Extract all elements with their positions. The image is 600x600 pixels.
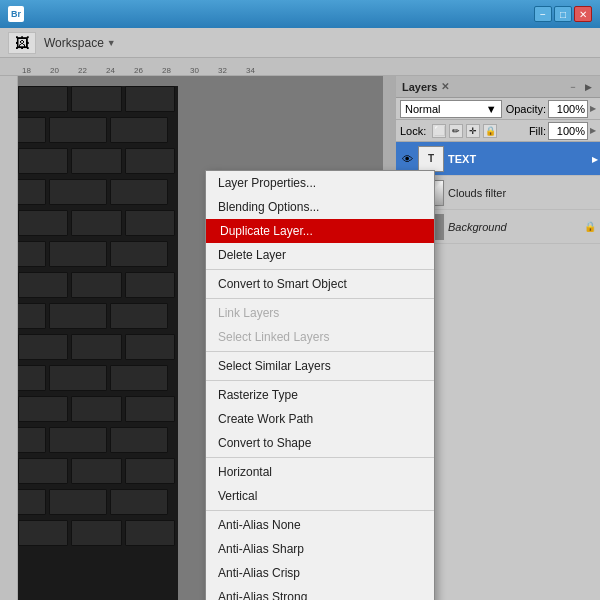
layers-tab-bar: Layers ✕ − ▶ xyxy=(396,76,600,98)
maximize-button[interactable]: □ xyxy=(554,6,572,22)
menu-item-blending-options[interactable]: Blending Options... xyxy=(206,195,434,219)
menu-item-antialias-none[interactable]: Anti-Alias None xyxy=(206,513,434,537)
brick xyxy=(18,303,46,329)
brick xyxy=(110,117,168,143)
layer-locked-icon: 🔒 xyxy=(584,221,596,232)
blend-mode-arrow-icon: ▼ xyxy=(486,103,497,115)
brick xyxy=(125,520,175,546)
brick xyxy=(49,117,107,143)
context-menu: Layer Properties... Blending Options... … xyxy=(205,170,435,600)
title-bar: Br − □ ✕ xyxy=(0,0,600,28)
brick xyxy=(18,334,68,360)
ruler-mark: 32 xyxy=(218,67,227,75)
layers-tab[interactable]: Layers ✕ xyxy=(402,81,449,93)
brick xyxy=(18,365,46,391)
brick xyxy=(71,520,121,546)
ruler-mark: 26 xyxy=(134,67,143,75)
opacity-input[interactable]: 100% xyxy=(548,100,588,118)
lock-pixels-button[interactable]: ⬜ xyxy=(432,124,446,138)
brick xyxy=(71,86,121,112)
menu-separator xyxy=(206,298,434,299)
lock-all-button[interactable]: 🔒 xyxy=(483,124,497,138)
app-icon: Br xyxy=(8,6,24,22)
brick-row xyxy=(18,489,178,517)
brick xyxy=(49,179,107,205)
menu-item-antialias-sharp[interactable]: Anti-Alias Sharp xyxy=(206,537,434,561)
brick xyxy=(71,396,121,422)
brick xyxy=(71,334,121,360)
blend-mode-select[interactable]: Normal ▼ xyxy=(400,100,502,118)
menu-item-antialias-crisp[interactable]: Anti-Alias Crisp xyxy=(206,561,434,585)
fill-row: Fill: 100% ▶ xyxy=(529,122,596,140)
brick xyxy=(110,489,168,515)
close-button[interactable]: ✕ xyxy=(574,6,592,22)
brick xyxy=(125,148,175,174)
brick xyxy=(49,427,107,453)
menu-item-create-work-path[interactable]: Create Work Path xyxy=(206,407,434,431)
menu-item-convert-shape[interactable]: Convert to Shape xyxy=(206,431,434,455)
brick xyxy=(71,458,121,484)
menu-item-duplicate-layer[interactable]: Duplicate Layer... xyxy=(206,219,434,243)
menu-item-select-similar[interactable]: Select Similar Layers xyxy=(206,354,434,378)
layer-expand-icon: ▶ xyxy=(592,154,598,163)
workspace-button[interactable]: Workspace ▼ xyxy=(44,36,116,50)
brick xyxy=(18,489,46,515)
menu-separator xyxy=(206,457,434,458)
layer-thumbnail: T xyxy=(418,146,444,172)
fill-input[interactable]: 100% xyxy=(548,122,588,140)
brick xyxy=(18,396,68,422)
menu-item-rasterize-type[interactable]: Rasterize Type xyxy=(206,383,434,407)
ruler-mark: 22 xyxy=(78,67,87,75)
opacity-expand-icon: ▶ xyxy=(590,104,596,113)
panel-expand-button[interactable]: ▶ xyxy=(582,81,594,93)
brick-row xyxy=(18,334,178,362)
menu-item-layer-properties[interactable]: Layer Properties... xyxy=(206,171,434,195)
brick xyxy=(49,365,107,391)
workspace-arrow-icon: ▼ xyxy=(107,38,116,48)
layer-name: TEXT xyxy=(448,153,596,165)
ruler-top-inner: 18 20 22 24 26 28 30 32 34 xyxy=(0,58,600,75)
brick xyxy=(18,241,46,267)
toolbar: 🖼 Workspace ▼ xyxy=(0,28,600,58)
brick xyxy=(125,272,175,298)
menu-separator xyxy=(206,351,434,352)
brick-row xyxy=(18,520,178,548)
brick xyxy=(110,241,168,267)
menu-item-link-layers: Link Layers xyxy=(206,301,434,325)
brick xyxy=(125,86,175,112)
layer-visibility-icon[interactable]: 👁 xyxy=(400,152,414,166)
brick xyxy=(18,210,68,236)
brick-row xyxy=(18,241,178,269)
brick xyxy=(71,148,121,174)
opacity-row: Opacity: 100% ▶ xyxy=(506,100,596,118)
layer-name: Background xyxy=(448,221,580,233)
ruler-top: 18 20 22 24 26 28 30 32 34 xyxy=(0,58,600,76)
brick-row xyxy=(18,427,178,455)
brick xyxy=(18,272,68,298)
brick xyxy=(71,210,121,236)
lock-move-button[interactable]: ✛ xyxy=(466,124,480,138)
ruler-mark: 24 xyxy=(106,67,115,75)
panel-collapse-button[interactable]: − xyxy=(567,81,579,93)
brick-row xyxy=(18,148,178,176)
menu-item-vertical[interactable]: Vertical xyxy=(206,484,434,508)
menu-item-delete-layer[interactable]: Delete Layer xyxy=(206,243,434,267)
title-bar-left: Br xyxy=(8,6,30,22)
lock-position-button[interactable]: ✏ xyxy=(449,124,463,138)
minimize-button[interactable]: − xyxy=(534,6,552,22)
menu-item-horizontal[interactable]: Horizontal xyxy=(206,460,434,484)
layers-tab-close[interactable]: ✕ xyxy=(441,81,449,92)
brick xyxy=(110,427,168,453)
menu-item-antialias-strong[interactable]: Anti-Alias Strong xyxy=(206,585,434,600)
brick xyxy=(18,117,46,143)
brick xyxy=(18,427,46,453)
menu-item-select-linked: Select Linked Layers xyxy=(206,325,434,349)
brick xyxy=(18,520,68,546)
menu-separator xyxy=(206,269,434,270)
blend-mode-row: Normal ▼ Opacity: 100% ▶ xyxy=(396,98,600,120)
ruler-mark: 30 xyxy=(190,67,199,75)
brick xyxy=(49,241,107,267)
blend-mode-value: Normal xyxy=(405,103,440,115)
brick xyxy=(125,210,175,236)
menu-item-convert-smart[interactable]: Convert to Smart Object xyxy=(206,272,434,296)
